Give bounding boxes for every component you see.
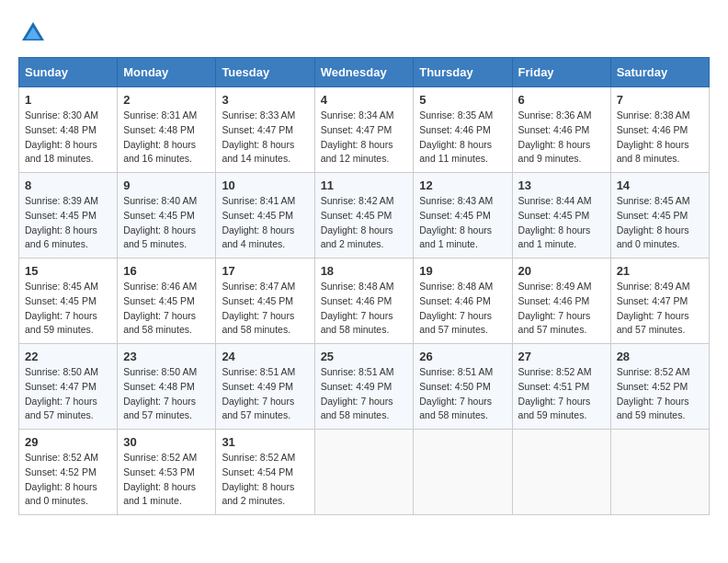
day-number: 8 [25,178,111,192]
day-info: Sunrise: 8:49 AMSunset: 4:46 PMDaylight:… [518,280,605,338]
calendar-cell: 5Sunrise: 8:35 AMSunset: 4:46 PMDaylight… [414,87,512,173]
day-number: 31 [222,435,308,449]
calendar-cell: 26Sunrise: 8:51 AMSunset: 4:50 PMDayligh… [414,344,512,430]
calendar-day-header: Thursday [414,58,512,87]
day-number: 4 [321,93,408,107]
calendar-cell: 4Sunrise: 8:34 AMSunset: 4:47 PMDaylight… [314,87,414,173]
day-info: Sunrise: 8:48 AMSunset: 4:46 PMDaylight:… [419,280,506,338]
day-info: Sunrise: 8:50 AMSunset: 4:47 PMDaylight:… [25,365,111,423]
day-number: 29 [25,435,111,449]
day-number: 3 [222,93,308,107]
day-number: 24 [222,350,308,363]
day-number: 12 [419,178,506,192]
day-info: Sunrise: 8:48 AMSunset: 4:46 PMDaylight:… [321,280,408,338]
day-info: Sunrise: 8:41 AMSunset: 4:45 PMDaylight:… [222,194,308,252]
calendar-cell: 29Sunrise: 8:52 AMSunset: 4:52 PMDayligh… [19,430,118,515]
calendar-cell: 23Sunrise: 8:50 AMSunset: 4:48 PMDayligh… [118,344,216,430]
calendar-cell: 11Sunrise: 8:42 AMSunset: 4:45 PMDayligh… [314,173,414,259]
calendar-cell: 19Sunrise: 8:48 AMSunset: 4:46 PMDayligh… [414,259,512,344]
day-number: 19 [419,264,506,278]
day-info: Sunrise: 8:51 AMSunset: 4:50 PMDaylight:… [419,365,506,423]
calendar-week-row: 1Sunrise: 8:30 AMSunset: 4:48 PMDaylight… [19,87,710,173]
calendar-week-row: 15Sunrise: 8:45 AMSunset: 4:45 PMDayligh… [19,259,710,344]
day-info: Sunrise: 8:34 AMSunset: 4:47 PMDaylight:… [321,109,408,167]
day-info: Sunrise: 8:45 AMSunset: 4:45 PMDaylight:… [25,280,111,338]
calendar-cell: 27Sunrise: 8:52 AMSunset: 4:51 PMDayligh… [512,344,610,430]
calendar-cell: 9Sunrise: 8:40 AMSunset: 4:45 PMDaylight… [118,173,216,259]
calendar-cell: 8Sunrise: 8:39 AMSunset: 4:45 PMDaylight… [19,173,118,259]
day-number: 21 [617,264,703,278]
calendar-day-header: Tuesday [216,58,314,87]
day-number: 30 [123,435,210,449]
day-number: 6 [518,93,605,107]
day-info: Sunrise: 8:49 AMSunset: 4:47 PMDaylight:… [617,280,703,338]
day-number: 15 [25,264,111,278]
day-number: 23 [123,350,210,363]
calendar-cell [512,430,610,515]
day-info: Sunrise: 8:35 AMSunset: 4:46 PMDaylight:… [419,109,506,167]
day-info: Sunrise: 8:52 AMSunset: 4:51 PMDaylight:… [518,365,605,423]
day-info: Sunrise: 8:52 AMSunset: 4:52 PMDaylight:… [25,451,111,509]
day-info: Sunrise: 8:50 AMSunset: 4:48 PMDaylight:… [123,365,210,423]
day-info: Sunrise: 8:52 AMSunset: 4:52 PMDaylight:… [617,365,703,423]
day-info: Sunrise: 8:38 AMSunset: 4:46 PMDaylight:… [617,109,703,167]
calendar-cell: 16Sunrise: 8:46 AMSunset: 4:45 PMDayligh… [118,259,216,344]
day-info: Sunrise: 8:42 AMSunset: 4:45 PMDaylight:… [321,194,408,252]
calendar-cell: 10Sunrise: 8:41 AMSunset: 4:45 PMDayligh… [216,173,314,259]
calendar-cell: 14Sunrise: 8:45 AMSunset: 4:45 PMDayligh… [610,173,709,259]
day-number: 16 [123,264,210,278]
day-info: Sunrise: 8:51 AMSunset: 4:49 PMDaylight:… [222,365,308,423]
calendar-week-row: 29Sunrise: 8:52 AMSunset: 4:52 PMDayligh… [19,430,710,515]
day-info: Sunrise: 8:30 AMSunset: 4:48 PMDaylight:… [25,109,111,167]
calendar-cell: 7Sunrise: 8:38 AMSunset: 4:46 PMDaylight… [610,87,709,173]
day-number: 11 [321,178,408,192]
calendar-header-row: SundayMondayTuesdayWednesdayThursdayFrid… [19,58,710,87]
calendar-cell: 1Sunrise: 8:30 AMSunset: 4:48 PMDaylight… [19,87,118,173]
day-number: 1 [25,93,111,107]
calendar-week-row: 8Sunrise: 8:39 AMSunset: 4:45 PMDaylight… [19,173,710,259]
calendar-day-header: Wednesday [314,58,414,87]
day-number: 10 [222,178,308,192]
calendar-day-header: Saturday [610,58,709,87]
day-info: Sunrise: 8:39 AMSunset: 4:45 PMDaylight:… [25,194,111,252]
calendar-cell: 28Sunrise: 8:52 AMSunset: 4:52 PMDayligh… [610,344,709,430]
calendar-cell: 31Sunrise: 8:52 AMSunset: 4:54 PMDayligh… [216,430,314,515]
day-number: 22 [25,350,111,363]
calendar-cell: 17Sunrise: 8:47 AMSunset: 4:45 PMDayligh… [216,259,314,344]
day-number: 17 [222,264,308,278]
day-number: 27 [518,350,605,363]
calendar-cell: 6Sunrise: 8:36 AMSunset: 4:46 PMDaylight… [512,87,610,173]
calendar-cell: 13Sunrise: 8:44 AMSunset: 4:45 PMDayligh… [512,173,610,259]
logo [18,18,53,48]
day-info: Sunrise: 8:51 AMSunset: 4:49 PMDaylight:… [321,365,408,423]
day-number: 18 [321,264,408,278]
calendar-cell: 3Sunrise: 8:33 AMSunset: 4:47 PMDaylight… [216,87,314,173]
calendar-cell: 21Sunrise: 8:49 AMSunset: 4:47 PMDayligh… [610,259,709,344]
page-header [18,18,710,48]
calendar-day-header: Sunday [19,58,118,87]
day-number: 28 [617,350,703,363]
day-info: Sunrise: 8:52 AMSunset: 4:54 PMDaylight:… [222,451,308,509]
day-number: 14 [617,178,703,192]
day-info: Sunrise: 8:47 AMSunset: 4:45 PMDaylight:… [222,280,308,338]
calendar-cell: 18Sunrise: 8:48 AMSunset: 4:46 PMDayligh… [314,259,414,344]
day-info: Sunrise: 8:46 AMSunset: 4:45 PMDaylight:… [123,280,210,338]
generalblue-icon [18,18,48,48]
calendar-cell: 30Sunrise: 8:52 AMSunset: 4:53 PMDayligh… [118,430,216,515]
day-number: 5 [419,93,506,107]
calendar-week-row: 22Sunrise: 8:50 AMSunset: 4:47 PMDayligh… [19,344,710,430]
day-number: 7 [617,93,703,107]
day-number: 2 [123,93,210,107]
calendar-cell: 2Sunrise: 8:31 AMSunset: 4:48 PMDaylight… [118,87,216,173]
day-number: 25 [321,350,408,363]
day-info: Sunrise: 8:43 AMSunset: 4:45 PMDaylight:… [419,194,506,252]
day-info: Sunrise: 8:45 AMSunset: 4:45 PMDaylight:… [617,194,703,252]
day-number: 13 [518,178,605,192]
calendar-day-header: Monday [118,58,216,87]
calendar-cell [414,430,512,515]
calendar-table: SundayMondayTuesdayWednesdayThursdayFrid… [18,57,710,515]
day-info: Sunrise: 8:52 AMSunset: 4:53 PMDaylight:… [123,451,210,509]
day-number: 26 [419,350,506,363]
day-number: 9 [123,178,210,192]
day-info: Sunrise: 8:33 AMSunset: 4:47 PMDaylight:… [222,109,308,167]
